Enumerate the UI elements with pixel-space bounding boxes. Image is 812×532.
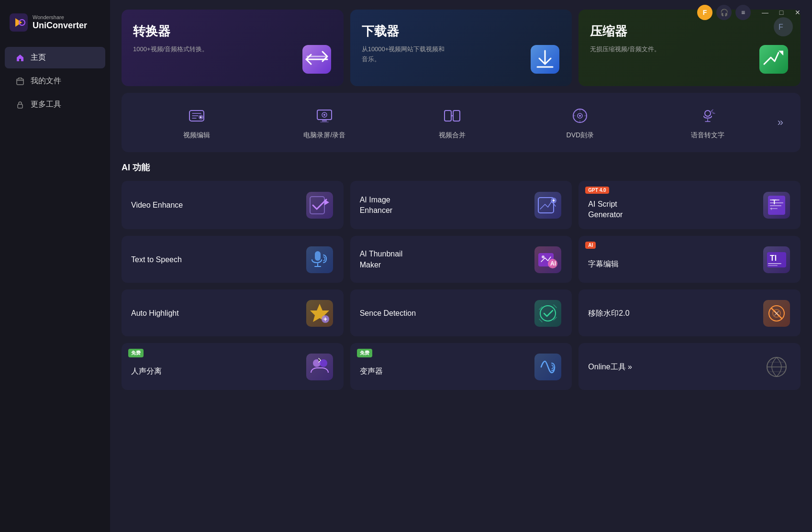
ai-card-subtitle[interactable]: AI 字幕编辑 TI xyxy=(578,236,801,283)
sidebar-item-home[interactable]: 主页 xyxy=(5,47,105,68)
sidebar-item-files[interactable]: 我的文件 xyxy=(5,70,105,92)
script-icon: T I xyxy=(762,191,791,220)
maximize-button[interactable]: □ xyxy=(775,6,788,19)
ai-card-video-enhance[interactable]: Video Enhance xyxy=(122,181,344,229)
ai-card-online-tools[interactable]: Online工具 » xyxy=(578,343,801,390)
detection-icon xyxy=(534,299,562,328)
window-controls: — □ ✕ xyxy=(758,6,804,19)
tool-dvd-burn[interactable]: DVD刻录 xyxy=(516,101,644,144)
ai-card-label: 字幕编辑 xyxy=(588,259,756,269)
svg-rect-17 xyxy=(445,111,451,121)
ai-card-label: AI ScriptGenerator xyxy=(588,199,756,221)
highlight-icon xyxy=(305,299,334,328)
svg-rect-18 xyxy=(453,111,460,121)
converter-desc: 1000+视频/音频格式转换。 xyxy=(133,44,219,55)
ai-grid: Video Enhance AI ImageEnhancer xyxy=(122,181,801,390)
svg-rect-37 xyxy=(315,251,321,261)
minimize-button[interactable]: — xyxy=(758,6,772,19)
compressor-desc: 无损压缩视频/音频文件。 xyxy=(590,44,676,55)
svg-point-42 xyxy=(542,255,545,258)
lock-icon xyxy=(15,100,25,110)
ai-card-sence-detection[interactable]: Sence Detection xyxy=(350,289,572,336)
svg-rect-4 xyxy=(18,104,22,108)
ai-card-vocal-remove[interactable]: 免费 人声分离 xyxy=(122,343,344,390)
logo-area: Wondershare UniConverter xyxy=(0,5,110,46)
ai-card-auto-highlight[interactable]: Auto Highlight xyxy=(122,289,344,336)
ai-card-label: Video Enhance xyxy=(131,200,299,211)
menu-button[interactable]: ≡ xyxy=(735,5,751,20)
ai-card-thumbnail[interactable]: AI ThunbnailMaker AI xyxy=(350,236,572,283)
sidebar-item-more-tools[interactable]: 更多工具 xyxy=(5,94,105,115)
avatar-button[interactable]: F xyxy=(697,5,712,20)
logo-icon xyxy=(10,13,28,32)
main-content: 转换器 1000+视频/音频格式转换。 xyxy=(110,0,812,532)
svg-rect-46 xyxy=(768,263,781,264)
svg-rect-3 xyxy=(17,79,23,85)
ai-card-label: Sence Detection xyxy=(360,308,527,319)
tts-icon xyxy=(305,245,334,274)
ai-card-label: AI ThunbnailMaker xyxy=(360,249,527,270)
svg-text:TI: TI xyxy=(770,254,777,262)
dvd-burn-icon xyxy=(569,105,590,126)
sidebar: Wondershare UniConverter 主页 我的文件 更多工具 xyxy=(0,0,110,532)
gpt-badge: GPT 4.0 xyxy=(585,187,609,194)
svg-rect-34 xyxy=(770,205,781,206)
svg-rect-35 xyxy=(770,208,778,209)
ai-card-label: Online工具 » xyxy=(588,362,756,372)
svg-rect-33 xyxy=(770,202,783,203)
tool-screen-record[interactable]: 电脑录屏/录音 xyxy=(261,101,389,144)
titlebar: F 🎧 ≡ — □ ✕ xyxy=(690,0,812,25)
image-enhance-icon xyxy=(534,191,562,220)
downloader-card[interactable]: 下载器 从10000+视频网站下载视频和音乐。 xyxy=(350,10,572,86)
voice-icon xyxy=(534,353,562,381)
tool-speech-text[interactable]: 语音转文字 xyxy=(644,101,772,144)
ai-card-label: 人声分离 xyxy=(131,366,299,377)
ai-card-text-to-speech[interactable]: Text to Speech xyxy=(122,236,344,283)
svg-rect-14 xyxy=(320,122,329,122)
converter-card[interactable]: 转换器 1000+视频/音频格式转换。 xyxy=(122,10,344,86)
ai-card-script-generator[interactable]: GPT 4.0 AI ScriptGenerator T I xyxy=(578,181,801,229)
headphone-button[interactable]: 🎧 xyxy=(716,5,732,20)
svg-rect-47 xyxy=(768,265,778,266)
ai-card-label: AI ImageEnhancer xyxy=(360,195,527,216)
svg-text:AI: AI xyxy=(550,260,556,267)
watermark-icon xyxy=(762,299,791,328)
ai-card-voice-change[interactable]: 免费 变声器 xyxy=(350,343,572,390)
home-icon xyxy=(15,53,25,63)
ai-card-label: 移除水印2.0 xyxy=(588,308,756,319)
downloader-icon xyxy=(526,40,564,78)
video-enhance-icon xyxy=(305,191,334,220)
ai-card-label: 变声器 xyxy=(360,366,527,377)
vocal-icon xyxy=(305,353,334,381)
svg-point-22 xyxy=(705,111,711,116)
svg-rect-32 xyxy=(770,200,779,200)
svg-rect-56 xyxy=(306,354,333,380)
downloader-title: 下载器 xyxy=(362,23,561,40)
speech-text-icon xyxy=(697,105,718,126)
more-tools-button[interactable]: » xyxy=(772,116,789,129)
close-button[interactable]: ✕ xyxy=(791,6,804,19)
svg-text:T: T xyxy=(772,198,777,206)
online-icon xyxy=(762,353,791,381)
free-badge-voice: 免费 xyxy=(357,349,372,357)
svg-rect-13 xyxy=(322,120,327,122)
downloader-desc: 从10000+视频网站下载视频和音乐。 xyxy=(362,44,448,65)
compressor-title: 压缩器 xyxy=(590,23,789,40)
tool-video-merge[interactable]: 视频合并 xyxy=(389,101,516,144)
thumbnail-icon: AI xyxy=(534,245,562,274)
ai-badge: AI xyxy=(585,242,596,249)
ai-card-watermark[interactable]: 移除水印2.0 xyxy=(578,289,801,336)
svg-rect-51 xyxy=(534,300,561,327)
converter-title: 转换器 xyxy=(133,23,332,40)
ai-card-label: Text to Speech xyxy=(131,255,299,265)
svg-point-21 xyxy=(579,115,581,117)
logo-text: Wondershare UniConverter xyxy=(33,14,87,31)
tool-video-edit[interactable]: 视频编辑 xyxy=(133,101,261,144)
free-badge-vocal: 免费 xyxy=(128,349,144,357)
compressor-icon xyxy=(755,40,793,78)
ai-card-image-enhancer[interactable]: AI ImageEnhancer xyxy=(350,181,572,229)
ai-section-title: AI 功能 xyxy=(122,162,801,173)
converter-icon xyxy=(298,40,336,78)
svg-point-16 xyxy=(323,114,325,116)
video-merge-icon xyxy=(442,105,463,126)
